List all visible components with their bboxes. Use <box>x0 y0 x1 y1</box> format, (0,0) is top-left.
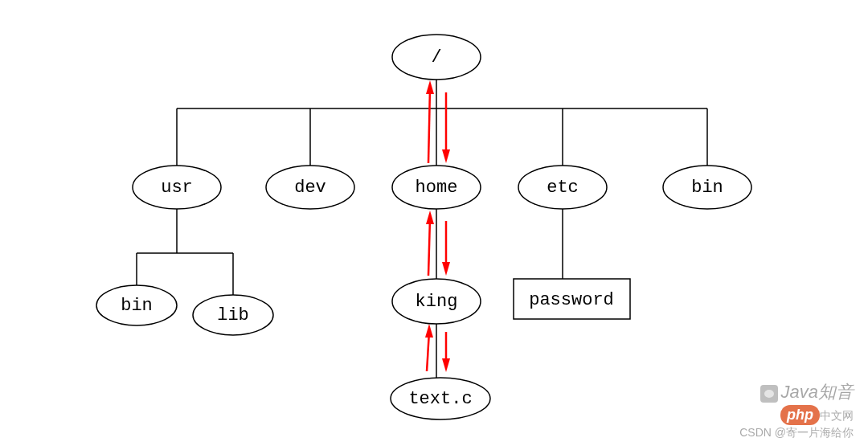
node-bin: bin <box>663 166 751 209</box>
node-usr-bin: bin <box>96 285 177 325</box>
arrow-home-to-root-up <box>426 80 434 163</box>
wechat-icon <box>760 385 778 403</box>
arrow-home-to-king-down <box>442 221 450 276</box>
node-root-label: / <box>431 47 441 68</box>
node-textc: text.c <box>391 378 490 419</box>
svg-line-8 <box>427 332 429 371</box>
node-textc-label: text.c <box>408 389 472 409</box>
node-king-label: king <box>416 292 458 312</box>
node-usr: usr <box>133 166 221 209</box>
node-usr-lib-label: lib <box>217 305 249 325</box>
node-king: king <box>392 279 481 324</box>
node-password: password <box>514 279 630 319</box>
node-etc-label: etc <box>547 178 579 198</box>
node-home-label: home <box>416 178 458 198</box>
node-dev: dev <box>266 166 354 209</box>
svg-line-4 <box>428 219 430 276</box>
svg-marker-1 <box>426 80 434 94</box>
node-usr-lib: lib <box>193 295 273 335</box>
svg-marker-9 <box>425 324 433 338</box>
watermark: Java知音 php中文网 CSDN @寄一片海给你 <box>739 380 854 441</box>
watermark-line2: CSDN @寄一片海给你 <box>739 425 854 441</box>
arrow-root-to-home-down <box>442 92 450 163</box>
arrow-king-to-textc-down <box>442 332 450 372</box>
node-usr-bin-label: bin <box>121 296 153 316</box>
node-usr-label: usr <box>161 178 193 198</box>
arrow-textc-to-king-up <box>425 324 433 371</box>
svg-marker-3 <box>442 149 450 163</box>
watermark-line1: Java知音 <box>781 382 854 402</box>
filesystem-tree-diagram: / usr dev home etc bin bin lib king <box>0 0 868 446</box>
php-badge: php <box>780 405 820 425</box>
svg-marker-5 <box>426 211 434 224</box>
node-root: / <box>392 35 481 80</box>
svg-line-0 <box>428 88 430 163</box>
node-bin-label: bin <box>691 178 723 198</box>
svg-marker-7 <box>442 262 450 276</box>
watermark-suffix: 中文网 <box>820 409 854 422</box>
node-dev-label: dev <box>294 178 326 198</box>
node-password-label: password <box>529 290 614 310</box>
node-home: home <box>392 166 481 209</box>
node-etc: etc <box>518 166 607 209</box>
arrow-king-to-home-up <box>426 211 434 276</box>
svg-marker-11 <box>442 358 450 372</box>
